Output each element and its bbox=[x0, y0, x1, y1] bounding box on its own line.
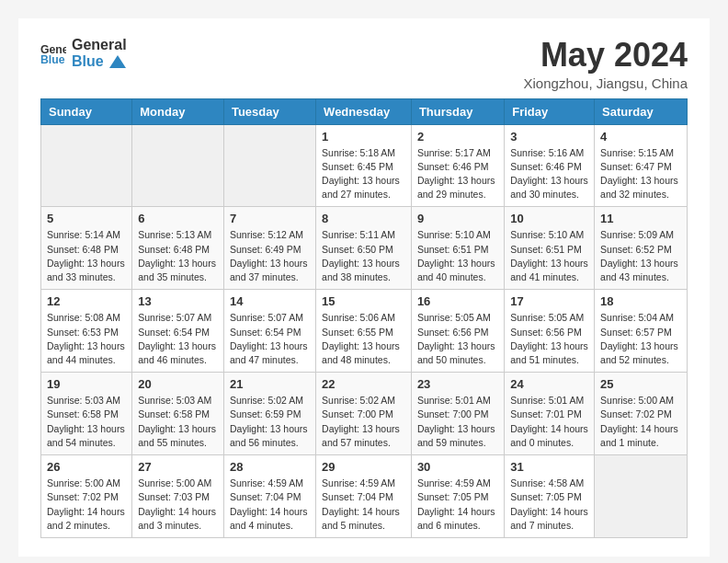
day-info: Sunrise: 5:00 AM Sunset: 7:03 PM Dayligh… bbox=[138, 477, 218, 533]
location-subtitle: Xiongzhou, Jiangsu, China bbox=[524, 75, 688, 91]
day-info: Sunrise: 5:02 AM Sunset: 6:59 PM Dayligh… bbox=[230, 394, 310, 450]
col-header-monday: Monday bbox=[132, 98, 224, 124]
day-info: Sunrise: 5:03 AM Sunset: 6:58 PM Dayligh… bbox=[138, 394, 218, 450]
day-number: 23 bbox=[417, 377, 498, 391]
calendar-cell: 5Sunrise: 5:14 AM Sunset: 6:48 PM Daylig… bbox=[41, 207, 132, 290]
col-header-tuesday: Tuesday bbox=[223, 98, 315, 124]
calendar-cell bbox=[223, 124, 315, 207]
day-info: Sunrise: 5:09 AM Sunset: 6:52 PM Dayligh… bbox=[600, 228, 681, 284]
day-number: 10 bbox=[510, 212, 588, 225]
calendar-cell: 1Sunrise: 5:18 AM Sunset: 6:45 PM Daylig… bbox=[316, 124, 412, 207]
day-number: 9 bbox=[417, 212, 498, 225]
day-info: Sunrise: 5:18 AM Sunset: 6:45 PM Dayligh… bbox=[322, 146, 405, 202]
calendar-cell: 25Sunrise: 5:00 AM Sunset: 7:02 PM Dayli… bbox=[595, 373, 688, 455]
calendar-cell: 8Sunrise: 5:11 AM Sunset: 6:50 PM Daylig… bbox=[316, 207, 412, 290]
day-number: 26 bbox=[47, 460, 126, 474]
header-row: General Blue General Blue May 2024 Xiong… bbox=[40, 37, 688, 91]
calendar-cell: 13Sunrise: 5:07 AM Sunset: 6:54 PM Dayli… bbox=[132, 290, 224, 373]
calendar-cell: 29Sunrise: 4:59 AM Sunset: 7:04 PM Dayli… bbox=[316, 455, 412, 538]
calendar-cell: 10Sunrise: 5:10 AM Sunset: 6:51 PM Dayli… bbox=[505, 207, 595, 290]
day-number: 1 bbox=[322, 130, 405, 144]
col-header-friday: Friday bbox=[505, 98, 595, 124]
day-number: 12 bbox=[47, 294, 126, 308]
day-number: 22 bbox=[322, 377, 405, 391]
calendar-cell: 17Sunrise: 5:05 AM Sunset: 6:56 PM Dayli… bbox=[505, 290, 595, 373]
calendar-cell: 12Sunrise: 5:08 AM Sunset: 6:53 PM Dayli… bbox=[41, 290, 132, 373]
calendar-week-row: 26Sunrise: 5:00 AM Sunset: 7:02 PM Dayli… bbox=[41, 455, 688, 538]
day-number: 27 bbox=[138, 460, 218, 474]
calendar-body: 1Sunrise: 5:18 AM Sunset: 6:45 PM Daylig… bbox=[41, 124, 688, 537]
day-number: 6 bbox=[138, 212, 218, 225]
day-info: Sunrise: 5:07 AM Sunset: 6:54 PM Dayligh… bbox=[138, 311, 218, 367]
calendar-cell: 20Sunrise: 5:03 AM Sunset: 6:58 PM Dayli… bbox=[132, 373, 224, 455]
calendar-week-row: 5Sunrise: 5:14 AM Sunset: 6:48 PM Daylig… bbox=[41, 207, 688, 290]
day-info: Sunrise: 5:10 AM Sunset: 6:51 PM Dayligh… bbox=[510, 228, 588, 284]
calendar-cell: 21Sunrise: 5:02 AM Sunset: 6:59 PM Dayli… bbox=[223, 373, 315, 455]
day-info: Sunrise: 5:13 AM Sunset: 6:48 PM Dayligh… bbox=[138, 228, 218, 284]
day-info: Sunrise: 5:00 AM Sunset: 7:02 PM Dayligh… bbox=[47, 477, 126, 533]
day-info: Sunrise: 5:11 AM Sunset: 6:50 PM Dayligh… bbox=[322, 228, 405, 284]
day-info: Sunrise: 5:03 AM Sunset: 6:58 PM Dayligh… bbox=[47, 394, 126, 450]
col-header-sunday: Sunday bbox=[41, 98, 132, 124]
calendar-container: General Blue General Blue May 2024 Xiong… bbox=[18, 18, 710, 557]
brand-blue: Blue bbox=[72, 53, 127, 70]
day-info: Sunrise: 5:01 AM Sunset: 7:01 PM Dayligh… bbox=[510, 394, 588, 450]
day-info: Sunrise: 5:16 AM Sunset: 6:46 PM Dayligh… bbox=[510, 146, 588, 202]
calendar-cell: 22Sunrise: 5:02 AM Sunset: 7:00 PM Dayli… bbox=[316, 373, 412, 455]
day-number: 3 bbox=[510, 130, 588, 144]
calendar-week-row: 1Sunrise: 5:18 AM Sunset: 6:45 PM Daylig… bbox=[41, 124, 688, 207]
col-header-wednesday: Wednesday bbox=[316, 98, 412, 124]
day-info: Sunrise: 5:17 AM Sunset: 6:46 PM Dayligh… bbox=[417, 146, 498, 202]
day-number: 19 bbox=[47, 377, 126, 391]
day-number: 11 bbox=[600, 212, 681, 225]
calendar-cell: 14Sunrise: 5:07 AM Sunset: 6:54 PM Dayli… bbox=[223, 290, 315, 373]
calendar-cell: 9Sunrise: 5:10 AM Sunset: 6:51 PM Daylig… bbox=[411, 207, 504, 290]
day-number: 5 bbox=[47, 212, 126, 225]
calendar-cell: 2Sunrise: 5:17 AM Sunset: 6:46 PM Daylig… bbox=[411, 124, 504, 207]
svg-text:Blue: Blue bbox=[40, 53, 65, 66]
title-block: May 2024 Xiongzhou, Jiangsu, China bbox=[524, 37, 688, 91]
day-info: Sunrise: 5:14 AM Sunset: 6:48 PM Dayligh… bbox=[47, 228, 126, 284]
calendar-week-row: 19Sunrise: 5:03 AM Sunset: 6:58 PM Dayli… bbox=[41, 373, 688, 455]
calendar-cell: 30Sunrise: 4:59 AM Sunset: 7:05 PM Dayli… bbox=[411, 455, 504, 538]
day-number: 18 bbox=[600, 294, 681, 308]
day-number: 2 bbox=[417, 130, 498, 144]
day-number: 24 bbox=[510, 377, 588, 391]
calendar-cell: 11Sunrise: 5:09 AM Sunset: 6:52 PM Dayli… bbox=[595, 207, 688, 290]
calendar-cell: 28Sunrise: 4:59 AM Sunset: 7:04 PM Dayli… bbox=[223, 455, 315, 538]
calendar-cell bbox=[132, 124, 224, 207]
calendar-cell: 3Sunrise: 5:16 AM Sunset: 6:46 PM Daylig… bbox=[505, 124, 595, 207]
brand-general: General bbox=[72, 37, 127, 53]
day-info: Sunrise: 5:01 AM Sunset: 7:00 PM Dayligh… bbox=[417, 394, 498, 450]
logo-icon: General Blue bbox=[40, 40, 66, 66]
calendar-cell: 31Sunrise: 4:58 AM Sunset: 7:05 PM Dayli… bbox=[505, 455, 595, 538]
calendar-cell bbox=[595, 455, 688, 538]
col-header-saturday: Saturday bbox=[595, 98, 688, 124]
day-number: 17 bbox=[510, 294, 588, 308]
calendar-cell bbox=[41, 124, 132, 207]
day-number: 28 bbox=[230, 460, 310, 474]
day-info: Sunrise: 5:05 AM Sunset: 6:56 PM Dayligh… bbox=[417, 311, 498, 367]
day-info: Sunrise: 5:15 AM Sunset: 6:47 PM Dayligh… bbox=[600, 146, 681, 202]
calendar-cell: 19Sunrise: 5:03 AM Sunset: 6:58 PM Dayli… bbox=[41, 373, 132, 455]
calendar-cell: 24Sunrise: 5:01 AM Sunset: 7:01 PM Dayli… bbox=[505, 373, 595, 455]
calendar-cell: 18Sunrise: 5:04 AM Sunset: 6:57 PM Dayli… bbox=[595, 290, 688, 373]
day-number: 29 bbox=[322, 460, 405, 474]
calendar-cell: 23Sunrise: 5:01 AM Sunset: 7:00 PM Dayli… bbox=[411, 373, 504, 455]
day-info: Sunrise: 4:58 AM Sunset: 7:05 PM Dayligh… bbox=[510, 477, 588, 533]
day-number: 20 bbox=[138, 377, 218, 391]
day-number: 16 bbox=[417, 294, 498, 308]
col-header-thursday: Thursday bbox=[411, 98, 504, 124]
day-number: 31 bbox=[510, 460, 588, 474]
day-number: 4 bbox=[600, 130, 681, 144]
day-info: Sunrise: 5:04 AM Sunset: 6:57 PM Dayligh… bbox=[600, 311, 681, 367]
day-info: Sunrise: 5:02 AM Sunset: 7:00 PM Dayligh… bbox=[322, 394, 405, 450]
calendar-cell: 6Sunrise: 5:13 AM Sunset: 6:48 PM Daylig… bbox=[132, 207, 224, 290]
day-info: Sunrise: 4:59 AM Sunset: 7:04 PM Dayligh… bbox=[322, 477, 405, 533]
day-number: 15 bbox=[322, 294, 405, 308]
day-number: 21 bbox=[230, 377, 310, 391]
day-number: 30 bbox=[417, 460, 498, 474]
calendar-cell: 4Sunrise: 5:15 AM Sunset: 6:47 PM Daylig… bbox=[595, 124, 688, 207]
calendar-cell: 16Sunrise: 5:05 AM Sunset: 6:56 PM Dayli… bbox=[411, 290, 504, 373]
day-info: Sunrise: 5:10 AM Sunset: 6:51 PM Dayligh… bbox=[417, 228, 498, 284]
